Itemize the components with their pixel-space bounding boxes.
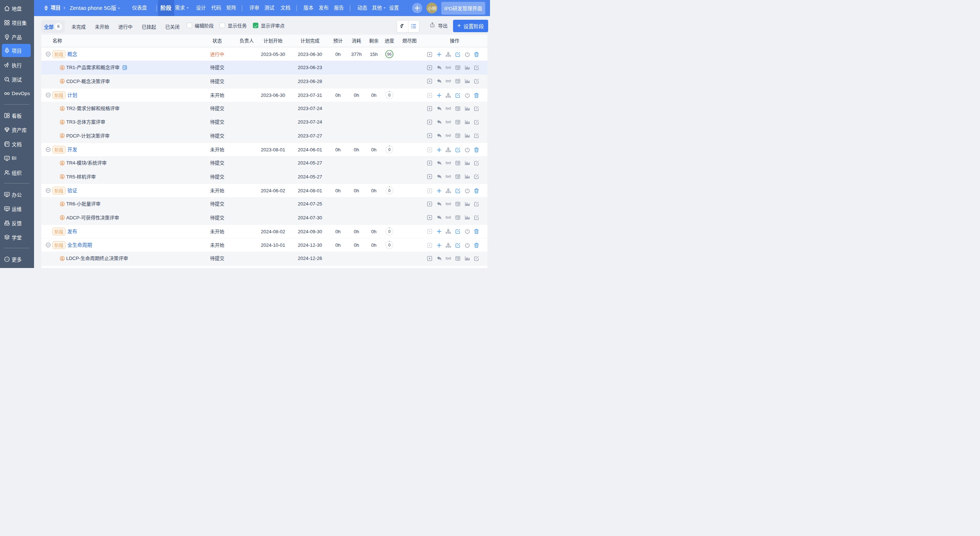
revert-action-icon[interactable] [436, 119, 442, 125]
edit-action-icon[interactable] [474, 160, 479, 166]
nav-tab-其他[interactable]: 其他 [372, 0, 386, 16]
split-action-icon[interactable] [445, 147, 451, 153]
edit-action-icon[interactable] [474, 174, 479, 179]
edit-action-icon[interactable] [474, 215, 479, 220]
detail-action-icon[interactable] [455, 160, 461, 166]
collapse-icon[interactable] [46, 188, 51, 193]
stage-name-link[interactable]: 计划 [67, 89, 77, 102]
detail-action-icon[interactable] [455, 133, 461, 139]
edit-action-icon[interactable] [474, 106, 479, 111]
add-review-action-icon[interactable] [436, 92, 442, 98]
preview-action-icon[interactable] [445, 201, 451, 207]
collapse-icon[interactable] [46, 243, 51, 247]
sidebar-item-测试[interactable]: 测试 [0, 72, 34, 86]
breadcrumb-app[interactable]: 项目 [51, 0, 61, 16]
start-action-icon[interactable] [427, 174, 433, 179]
preview-action-icon[interactable] [445, 255, 451, 262]
breadcrumb-project-switcher[interactable]: Zentao phone 5G版 [70, 0, 120, 16]
checkbox-编辑阶段[interactable]: 编辑阶段 [187, 22, 214, 29]
collapse-icon[interactable] [46, 52, 51, 56]
report-action-icon[interactable] [465, 133, 470, 139]
nav-tab-评审[interactable]: 评审 [250, 0, 259, 16]
report-action-icon[interactable] [465, 65, 470, 71]
sidebar-item-项目集[interactable]: 项目集 [0, 15, 34, 30]
detail-action-icon[interactable] [455, 106, 461, 111]
start-action-icon[interactable] [427, 188, 433, 194]
global-add-button[interactable] [412, 3, 422, 13]
detail-action-icon[interactable] [455, 119, 461, 125]
stage-name-link[interactable]: 开发 [67, 143, 77, 157]
sidebar-item-更多[interactable]: 更多 [0, 252, 34, 266]
sidebar-item-学堂[interactable]: 学堂 [0, 230, 34, 244]
delete-action-icon[interactable] [474, 188, 479, 194]
nav-tab-文档[interactable]: 文档 [281, 0, 291, 16]
nav-tab-报告[interactable]: 报告 [334, 0, 344, 16]
gantt-view-button[interactable] [397, 21, 408, 32]
nav-tab-代码[interactable]: 代码 [211, 0, 221, 16]
ipd-workspace-button[interactable]: IPD研发管理界面 [441, 2, 485, 14]
revert-action-icon[interactable] [436, 78, 442, 84]
list-view-button[interactable] [408, 21, 419, 32]
split-action-icon[interactable] [445, 228, 451, 235]
edit-action-icon[interactable] [455, 228, 461, 235]
sidebar-item-bi[interactable]: BI [0, 151, 34, 165]
nav-tab-版本[interactable]: 版本 [304, 0, 313, 16]
preview-action-icon[interactable] [445, 133, 451, 139]
nav-tab-仪表盘[interactable]: 仪表盘 [132, 0, 147, 16]
detail-action-icon[interactable] [455, 215, 461, 220]
set-stage-button[interactable]: +设置阶段 [453, 20, 488, 32]
revert-action-icon[interactable] [436, 201, 442, 207]
edit-action-icon[interactable] [474, 255, 479, 262]
delete-action-icon[interactable] [474, 92, 479, 98]
sidebar-item-产品[interactable]: 产品 [0, 30, 34, 44]
export-button[interactable]: 导出 [429, 16, 447, 35]
sidebar-item-文档[interactable]: 文档 [0, 137, 34, 151]
filter-tab-已挂起[interactable]: 已挂起 [142, 23, 156, 30]
split-action-icon[interactable] [445, 52, 451, 57]
add-review-action-icon[interactable] [436, 188, 442, 194]
add-review-action-icon[interactable] [436, 228, 442, 235]
filter-tab-已关闭[interactable]: 已关闭 [165, 23, 179, 30]
review-report-icon[interactable] [122, 62, 127, 67]
collapse-icon[interactable] [46, 92, 51, 97]
detail-action-icon[interactable] [455, 65, 461, 71]
close-action-icon[interactable] [465, 243, 470, 248]
edit-action-icon[interactable] [455, 243, 461, 248]
filter-tab-未完成[interactable]: 未完成 [72, 23, 86, 30]
detail-action-icon[interactable] [455, 78, 461, 84]
close-action-icon[interactable] [465, 228, 470, 235]
revert-action-icon[interactable] [436, 174, 442, 179]
start-action-icon[interactable] [427, 243, 433, 248]
filter-tab-进行中[interactable]: 进行中 [118, 23, 132, 30]
preview-action-icon[interactable] [445, 119, 451, 125]
start-action-icon[interactable] [427, 215, 433, 220]
sidebar-item-资产库[interactable]: 资产库 [0, 122, 34, 137]
start-action-icon[interactable] [427, 65, 433, 71]
checkbox-显示评审点[interactable]: 显示评审点 [253, 22, 285, 29]
nav-tab-设计[interactable]: 设计 [196, 0, 206, 16]
unchecked-checkbox-icon[interactable] [220, 23, 225, 28]
start-action-icon[interactable] [427, 201, 433, 207]
sidebar-item-反馈[interactable]: 反馈 [0, 216, 34, 230]
nav-tab-设置[interactable]: 设置 [389, 0, 399, 16]
sidebar-item-执行[interactable]: 执行 [0, 58, 34, 72]
report-action-icon[interactable] [465, 215, 470, 220]
edit-action-icon[interactable] [474, 65, 479, 71]
report-action-icon[interactable] [465, 119, 470, 125]
preview-action-icon[interactable] [445, 78, 451, 84]
start-action-icon[interactable] [427, 52, 433, 57]
checkbox-显示任务[interactable]: 显示任务 [220, 22, 247, 29]
sidebar-item-看板[interactable]: 看板 [0, 108, 34, 122]
edit-action-icon[interactable] [455, 92, 461, 98]
add-review-action-icon[interactable] [436, 52, 442, 57]
nav-tab-矩阵[interactable]: 矩阵 [226, 0, 236, 16]
close-action-icon[interactable] [465, 52, 470, 57]
edit-action-icon[interactable] [455, 52, 461, 57]
revert-action-icon[interactable] [436, 106, 442, 111]
split-action-icon[interactable] [445, 243, 451, 248]
nav-tab-需求[interactable]: 需求 [175, 0, 189, 16]
preview-action-icon[interactable] [445, 215, 451, 220]
preview-action-icon[interactable] [445, 106, 451, 111]
start-action-icon[interactable] [427, 119, 433, 125]
delete-action-icon[interactable] [474, 243, 479, 248]
